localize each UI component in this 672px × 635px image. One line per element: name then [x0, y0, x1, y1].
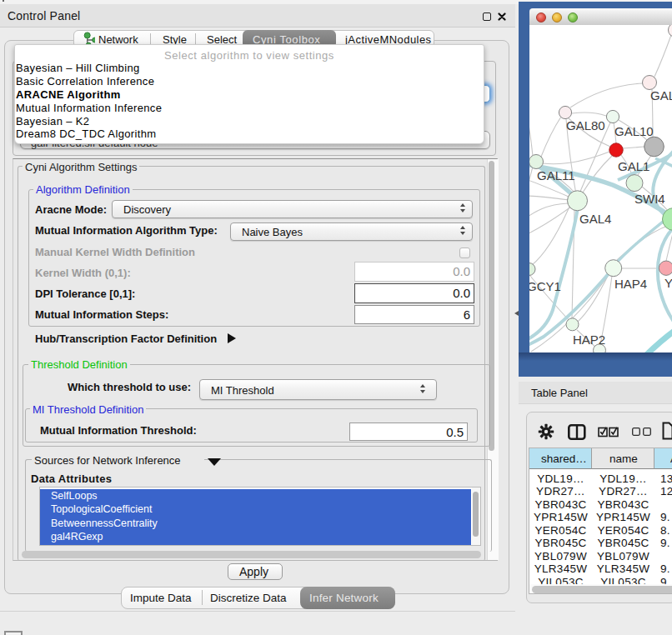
svg-text:GAL10: GAL10 [614, 124, 654, 138]
svg-text:GCY1: GCY1 [529, 279, 561, 293]
svg-text:HAP4: HAP4 [614, 277, 647, 291]
svg-text:GAL1: GAL1 [618, 159, 649, 173]
svg-text:SWI4: SWI4 [634, 192, 665, 206]
svg-text:GAL4: GAL4 [579, 212, 611, 226]
svg-text:GAL2: GAL2 [650, 88, 672, 102]
svg-text:GAL80: GAL80 [566, 118, 605, 132]
svg-text:GAL11: GAL11 [537, 168, 575, 182]
svg-text:HAP2: HAP2 [573, 332, 605, 347]
svg-text:Y: Y [664, 276, 672, 290]
